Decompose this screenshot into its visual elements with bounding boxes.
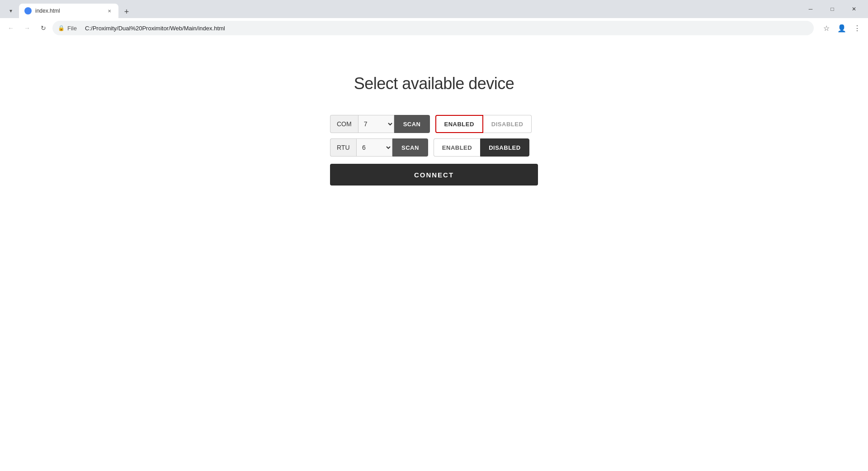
rtu-toggle-group: ENABLED DISABLED	[434, 138, 529, 157]
url-path: C:/Proximity/Dual%20Proximitor/Web/Main/…	[85, 25, 225, 32]
browser-frame: ▾ index.html ✕ + ─ □	[0, 0, 868, 38]
bookmark-button[interactable]: ☆	[819, 21, 834, 35]
menu-button[interactable]: ⋮	[850, 21, 864, 35]
toolbar-right: ☆ 👤 ⋮	[819, 21, 864, 35]
page-content: Select available device COM 7 1 2 3 4 5 …	[0, 38, 868, 471]
tab-close-btn[interactable]: ✕	[106, 7, 113, 14]
com-disabled-button[interactable]: DISABLED	[483, 115, 532, 133]
minimize-button[interactable]: ─	[800, 2, 821, 16]
tab-bar: ▾ index.html ✕ +	[0, 0, 133, 18]
rtu-port-select[interactable]: 6 1 2 3 4 5 7 8 9 10	[356, 138, 392, 157]
new-tab-button[interactable]: +	[120, 5, 133, 18]
tab-title: index.html	[35, 8, 102, 14]
close-button[interactable]: ✕	[844, 2, 864, 16]
omnibar: ← → ↻ 🔒 File C:/Proximity/Dual%20Proximi…	[0, 18, 868, 38]
connect-button[interactable]: CONNECT	[330, 164, 538, 186]
window-controls: ─ □ ✕	[800, 2, 868, 16]
rtu-row: RTU 6 1 2 3 4 5 7 8 9 10 SCAN ENABLED DI…	[330, 138, 538, 157]
com-port-select[interactable]: 7 1 2 3 4 5 6 8 9 10	[358, 115, 394, 133]
com-row: COM 7 1 2 3 4 5 6 8 9 10 SCAN ENABLED DI…	[330, 115, 538, 133]
tab-dropdown-btn[interactable]: ▾	[4, 4, 18, 18]
active-tab[interactable]: index.html ✕	[19, 4, 118, 18]
profile-button[interactable]: 👤	[835, 21, 849, 35]
rtu-scan-button[interactable]: SCAN	[392, 138, 428, 157]
back-button[interactable]: ←	[4, 21, 18, 35]
com-toggle-group: ENABLED DISABLED	[435, 115, 532, 133]
url-protocol: File	[67, 25, 77, 32]
com-scan-button[interactable]: SCAN	[394, 115, 430, 133]
com-enabled-button[interactable]: ENABLED	[435, 115, 483, 133]
page-title: Select available device	[354, 74, 514, 93]
device-form: COM 7 1 2 3 4 5 6 8 9 10 SCAN ENABLED DI…	[330, 115, 538, 186]
maximize-button[interactable]: □	[822, 2, 843, 16]
forward-button[interactable]: →	[20, 21, 34, 35]
com-label: COM	[330, 115, 358, 133]
tab-favicon	[24, 7, 32, 14]
lock-icon: 🔒	[58, 25, 65, 31]
refresh-button[interactable]: ↻	[36, 21, 51, 35]
rtu-enabled-button[interactable]: ENABLED	[434, 138, 480, 157]
url-text: File C:/Proximity/Dual%20Proximitor/Web/…	[67, 25, 808, 32]
svg-point-0	[26, 9, 30, 13]
tab-bar-row: ▾ index.html ✕ + ─ □	[0, 0, 868, 18]
rtu-label: RTU	[330, 138, 356, 157]
rtu-disabled-button[interactable]: DISABLED	[480, 138, 529, 157]
address-bar[interactable]: 🔒 File C:/Proximity/Dual%20Proximitor/We…	[52, 21, 814, 35]
